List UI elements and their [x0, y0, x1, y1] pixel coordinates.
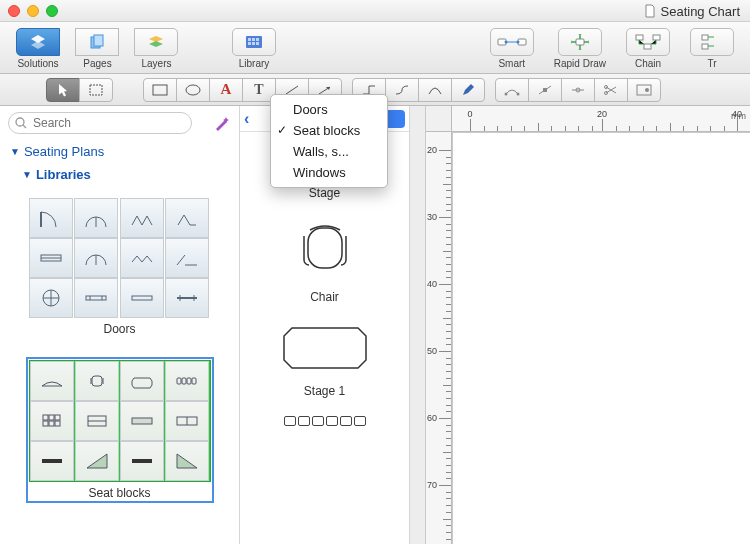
marquee-tool[interactable]	[79, 78, 113, 102]
door-sliding-icon	[38, 247, 64, 269]
pointer-icon	[57, 83, 69, 97]
door-fold-icon	[174, 207, 200, 229]
arc-conn-tool[interactable]	[418, 78, 452, 102]
curve-conn-tool[interactable]	[385, 78, 419, 102]
disclosure-triangle-icon: ▼	[10, 146, 20, 157]
svg-point-13	[516, 40, 519, 43]
sidebar-libraries[interactable]: ▼Libraries	[0, 163, 239, 186]
smart-button[interactable]: Smart	[482, 26, 542, 70]
rect-tool[interactable]	[143, 78, 177, 102]
canvas[interactable]: mm 02040 20304050607080	[410, 106, 750, 544]
scissors-tool[interactable]	[594, 78, 628, 102]
rect-icon	[152, 84, 168, 96]
anchor-tool[interactable]	[528, 78, 562, 102]
svg-rect-14	[576, 39, 584, 45]
anchor-icon	[537, 84, 553, 96]
svg-line-23	[286, 86, 298, 94]
layers-button[interactable]: Layers	[127, 26, 186, 70]
door-bar2-icon	[129, 287, 155, 309]
seat-bar-icon	[39, 450, 65, 472]
dropdown-item-doors[interactable]: Doors	[271, 99, 387, 120]
svg-point-12	[504, 40, 507, 43]
svg-rect-70	[132, 418, 152, 424]
stage1-shape[interactable]	[282, 322, 368, 374]
svg-rect-17	[644, 44, 651, 49]
smart-label: Smart	[498, 58, 525, 69]
chain-icon	[635, 34, 661, 50]
window-close[interactable]	[8, 5, 20, 17]
svg-rect-1	[94, 35, 103, 46]
svg-rect-61	[192, 378, 196, 384]
rapid-draw-button[interactable]: Rapid Draw	[546, 26, 614, 70]
library-button[interactable]: Library	[224, 26, 284, 70]
ruler-horizontal: mm 02040	[452, 106, 750, 132]
svg-point-25	[505, 92, 508, 95]
seat-row-icon	[174, 370, 200, 392]
node-tool[interactable]	[561, 78, 595, 102]
node-icon	[570, 84, 586, 96]
svg-rect-55	[92, 376, 102, 386]
stage-label: Stage	[309, 186, 340, 200]
document-icon	[643, 4, 657, 18]
view-mode-toggle[interactable]	[385, 110, 405, 128]
chain-label: Chain	[635, 58, 661, 69]
smart-icon	[497, 34, 527, 50]
ruler-vertical: 20304050607080	[426, 132, 452, 544]
window-minimize[interactable]	[27, 5, 39, 17]
rapid-draw-icon	[567, 33, 593, 51]
svg-point-35	[16, 118, 24, 126]
tree-label: Tr	[707, 58, 716, 69]
ellipse-tool[interactable]	[176, 78, 210, 102]
seat-slab-icon	[129, 450, 155, 472]
door-double-icon	[83, 207, 109, 229]
pointer-tool[interactable]	[46, 78, 80, 102]
dropdown-item-windows[interactable]: Windows	[271, 162, 387, 183]
chain-button[interactable]: Chain	[618, 26, 678, 70]
library-label: Library	[239, 58, 270, 69]
door-half-icon	[174, 247, 200, 269]
svg-point-34	[645, 88, 649, 92]
library-seat-blocks[interactable]: Seat blocks	[29, 360, 211, 500]
document-tab[interactable]: Seating Chart	[633, 0, 751, 22]
svg-rect-16	[653, 35, 660, 40]
text-t-icon: T	[254, 82, 263, 98]
svg-rect-58	[177, 378, 181, 384]
document-title: Seating Chart	[661, 4, 741, 19]
dropdown-item-walls[interactable]: Walls, s...	[271, 141, 387, 162]
pages-button[interactable]: Pages	[68, 26, 127, 70]
bezier-tool[interactable]	[495, 78, 529, 102]
svg-rect-7	[252, 42, 255, 45]
chair-row-shape[interactable]	[284, 416, 366, 426]
window-zoom[interactable]	[46, 5, 58, 17]
svg-rect-20	[90, 85, 102, 95]
seat-oct-icon	[129, 370, 155, 392]
container-tool[interactable]	[627, 78, 661, 102]
library-doors[interactable]: Doors	[29, 198, 211, 336]
layers-label: Layers	[141, 58, 171, 69]
chair-label: Chair	[310, 290, 339, 304]
door-bar3-icon	[174, 287, 200, 309]
container-icon	[636, 84, 652, 96]
svg-rect-65	[43, 421, 48, 426]
wand-icon[interactable]	[213, 114, 231, 132]
tree-button[interactable]: Tr	[682, 26, 742, 70]
back-chevron-icon[interactable]: ‹	[244, 110, 249, 128]
svg-point-22	[186, 85, 200, 95]
text-a-tool[interactable]: A	[209, 78, 243, 102]
svg-rect-5	[256, 38, 259, 41]
door-zz-icon	[129, 247, 155, 269]
svg-rect-63	[49, 415, 54, 420]
dropdown-item-seat-blocks[interactable]: Seat blocks	[271, 120, 387, 141]
svg-rect-66	[49, 421, 54, 426]
pages-icon	[88, 34, 106, 50]
arc-icon	[427, 84, 443, 96]
seat-screen-icon	[84, 410, 110, 432]
search-input[interactable]	[8, 112, 192, 134]
pen-tool[interactable]	[451, 78, 485, 102]
layers-icon	[146, 34, 166, 50]
sidebar-heading[interactable]: ▼Seating Plans	[0, 140, 239, 163]
solutions-button[interactable]: Solutions	[8, 26, 68, 70]
ellipse-icon	[185, 84, 201, 96]
chair-shape[interactable]	[290, 218, 360, 280]
svg-rect-6	[248, 42, 251, 45]
